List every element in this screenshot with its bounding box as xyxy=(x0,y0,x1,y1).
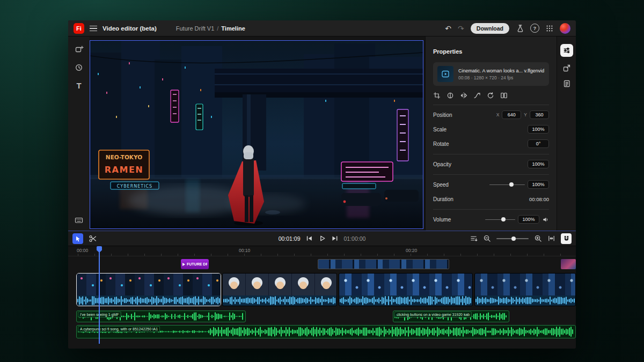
timeline-ruler[interactable]: 00:00 00:10 00:20 xyxy=(68,246,576,256)
zoom-in-icon[interactable] xyxy=(534,234,542,242)
rotate-label: Rotate xyxy=(433,141,449,147)
video-clip-4-thumbnails xyxy=(475,274,575,295)
audio-clip-2[interactable]: clicking buttons on a video game 31920 k… xyxy=(393,311,509,322)
speed-row: Speed 100% xyxy=(433,180,549,189)
breadcrumb-page[interactable]: Timeline xyxy=(221,25,245,32)
total-duration: 01:00:00 xyxy=(344,235,366,242)
properties-title: Properties xyxy=(433,48,549,55)
breadcrumb-project[interactable]: Future Drift V1 xyxy=(176,25,215,32)
speed-ramp-icon[interactable] xyxy=(473,92,481,99)
layout-icon[interactable] xyxy=(500,92,508,99)
video-clip-3[interactable] xyxy=(339,273,473,306)
title-clip[interactable]: FUTURE DRI xyxy=(181,259,209,269)
clip-thumbnail xyxy=(437,66,453,82)
notes-panel-icon[interactable] xyxy=(562,79,571,88)
opacity-input[interactable]: 100% xyxy=(528,160,549,168)
properties-panel-button[interactable] xyxy=(560,44,573,57)
timeline-view-controls xyxy=(470,231,572,246)
video-clip-1[interactable] xyxy=(76,273,221,306)
undo-icon[interactable]: ↶ xyxy=(445,25,451,32)
user-avatar[interactable] xyxy=(560,23,570,34)
scale-row: Scale 100% xyxy=(433,124,549,134)
video-clip-4-audio xyxy=(475,295,575,306)
speed-input[interactable]: 100% xyxy=(528,180,549,189)
duration-value: 00:08:00 xyxy=(529,196,549,202)
left-toolbar: T xyxy=(68,36,90,231)
position-y-input[interactable]: 360 xyxy=(530,110,549,119)
audio-clip-1[interactable]: I've been seeing 1 gMF xyxy=(76,311,246,322)
position-x-input[interactable]: 640 xyxy=(502,110,521,119)
ruler-label-0: 00:00 xyxy=(77,248,88,253)
keyboard-shortcuts-icon[interactable] xyxy=(75,216,84,224)
clip-meta: 00:08 · 1280 × 720 · 24 fps xyxy=(458,75,544,80)
split-tool-icon[interactable] xyxy=(89,234,97,243)
step-back-icon[interactable] xyxy=(305,234,313,242)
playhead[interactable] xyxy=(99,246,100,344)
text-tool-icon[interactable]: T xyxy=(76,81,81,90)
video-clip-4[interactable] xyxy=(474,273,576,306)
menu-icon[interactable] xyxy=(90,26,97,31)
position-row: Position X 640 Y 360 xyxy=(433,110,549,120)
fit-timeline-icon[interactable] xyxy=(547,234,555,242)
video-preview[interactable]: NEO-TOKYO RAMEN CYBERNETICS xyxy=(90,40,423,229)
download-button[interactable]: Download xyxy=(471,23,509,34)
title-clip-icon xyxy=(182,263,185,266)
redo-icon[interactable]: ↷ xyxy=(458,25,464,32)
desktop-background: Fi Video editor (beta) Future Drift V1 /… xyxy=(0,0,644,362)
regenerate-icon[interactable] xyxy=(487,92,494,99)
zoom-slider[interactable] xyxy=(496,236,529,241)
scale-input[interactable]: 100% xyxy=(528,125,549,134)
ruler-label-10: 00:10 xyxy=(239,248,250,253)
apps-grid-icon[interactable] xyxy=(546,25,553,32)
volume-input[interactable]: 100% xyxy=(518,215,539,224)
video-clip-2[interactable] xyxy=(222,273,337,306)
mask-icon[interactable] xyxy=(447,92,454,99)
right-toolbar xyxy=(557,36,576,231)
volume-row: Volume 100% xyxy=(433,215,549,224)
opacity-row: Opacity 100% xyxy=(433,159,549,169)
zoom-out-icon[interactable] xyxy=(483,234,491,242)
clip-quick-actions xyxy=(433,92,549,99)
overlay-clip-partial[interactable] xyxy=(561,259,576,269)
video-clip-3-audio xyxy=(339,295,472,306)
selected-clip-card[interactable]: Cinematic. A woman looks a... v.ffgenvid… xyxy=(433,62,549,86)
ruler-label-20: 00:20 xyxy=(406,248,417,253)
history-clock-icon[interactable] xyxy=(75,63,83,72)
play-button[interactable] xyxy=(318,234,326,242)
timeline: 00:00 00:10 00:20 FUTURE DRI xyxy=(68,246,576,349)
video-clip-2-thumbnails xyxy=(223,274,336,295)
current-time: 00:01:09 xyxy=(279,235,301,242)
help-icon[interactable]: ? xyxy=(530,24,539,33)
x-axis-label: X xyxy=(496,112,500,117)
cursor-icon xyxy=(75,235,81,242)
speaker-icon[interactable] xyxy=(542,216,549,223)
beta-flask-icon[interactable] xyxy=(516,24,524,32)
select-tool-button[interactable] xyxy=(72,233,83,244)
clip-name: Cinematic. A woman looks a... v.ffgenvid xyxy=(458,68,544,73)
y-axis-label: Y xyxy=(524,112,527,117)
speed-slider[interactable] xyxy=(489,182,525,187)
step-forward-icon[interactable] xyxy=(331,234,339,242)
divider xyxy=(433,154,549,154)
crop-icon[interactable] xyxy=(433,92,441,99)
sliders-icon xyxy=(563,47,570,54)
rotate-input[interactable]: 0° xyxy=(528,139,549,148)
insert-clip-icon[interactable] xyxy=(470,234,478,242)
snap-magnet-button[interactable] xyxy=(561,233,572,244)
volume-slider[interactable] xyxy=(485,217,515,222)
music-clip[interactable]: A cyberpunk sci fi song, with or 8512422… xyxy=(76,325,576,338)
add-media-icon[interactable] xyxy=(75,45,84,54)
overlay-video-clip[interactable] xyxy=(318,259,449,269)
export-frame-icon[interactable] xyxy=(562,64,571,72)
editor-body: T xyxy=(68,36,576,231)
breadcrumb-separator: / xyxy=(217,25,218,32)
video-clip-2-audio xyxy=(223,295,336,306)
transport-controls: 00:01:09 01:00:00 xyxy=(279,231,366,246)
firefly-logo[interactable]: Fi xyxy=(74,23,84,34)
divider xyxy=(433,174,549,175)
flip-horizontal-icon[interactable] xyxy=(460,92,467,99)
rotate-row: Rotate 0° xyxy=(433,139,549,149)
divider xyxy=(433,209,549,210)
video-clip-3-thumbnails xyxy=(339,274,472,295)
duration-row: Duration 00:08:00 xyxy=(433,194,549,204)
